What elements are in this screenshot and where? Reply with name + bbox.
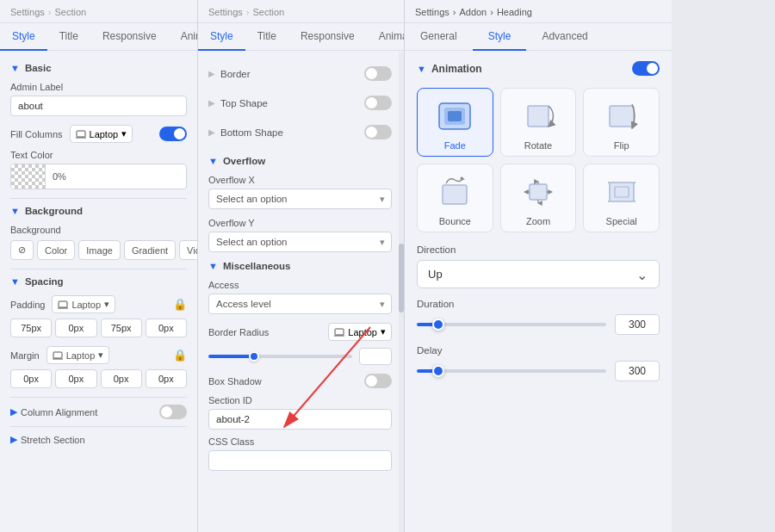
misc-header[interactable]: ▼ Miscellaneous <box>208 261 392 271</box>
spacing-section-header[interactable]: ▼ Spacing <box>10 276 187 287</box>
css-class-group: CSS Class <box>208 436 392 471</box>
duration-track[interactable] <box>417 323 606 326</box>
tab-responsive-2[interactable]: Responsive <box>288 23 367 51</box>
css-class-input[interactable] <box>208 450 392 471</box>
breadcrumb-settings-2[interactable]: Settings <box>208 7 243 17</box>
svg-rect-6 <box>335 329 344 335</box>
overflow-x-select[interactable]: Select an option <box>208 189 392 209</box>
bg-no-btn[interactable]: ⊘ <box>10 240 34 260</box>
overflow-x-select-wrap[interactable]: Select an option <box>208 189 392 209</box>
panel-style-middle: Settings › Section Style Title Responsiv… <box>198 0 405 532</box>
bg-image-btn[interactable]: Image <box>78 240 121 260</box>
border-radius-device[interactable]: Laptop ▾ <box>328 323 392 341</box>
delay-thumb[interactable] <box>432 365 444 377</box>
special-icon <box>599 173 644 211</box>
padding-left[interactable] <box>146 319 187 337</box>
divider-1 <box>10 198 187 199</box>
overflow-y-label: Overflow Y <box>208 218 392 228</box>
scrollbar-thumb-2[interactable] <box>399 244 404 312</box>
padding-laptop-icon <box>58 300 68 309</box>
top-shape-toggle[interactable] <box>364 96 392 110</box>
background-label: Background <box>25 206 83 216</box>
anim-item-special[interactable]: Special <box>583 164 660 232</box>
breadcrumb-2: Settings › Section <box>198 0 404 23</box>
margin-left[interactable] <box>146 369 187 388</box>
fill-columns-toggle[interactable] <box>159 127 187 141</box>
overflow-header[interactable]: ▼ Overflow <box>208 156 392 166</box>
bg-color-btn[interactable]: Color <box>37 240 75 260</box>
bg-video-btn[interactable]: Video <box>179 240 197 260</box>
tab-style-1[interactable]: Style <box>0 23 47 51</box>
text-color-input[interactable]: 0% <box>10 164 187 189</box>
column-alignment-toggle[interactable] <box>159 405 187 419</box>
admin-label-input[interactable] <box>10 96 187 116</box>
margin-bottom[interactable] <box>101 369 142 388</box>
tab-advanced-3[interactable]: Advanced <box>526 23 603 51</box>
fill-columns-device[interactable]: Laptop ▾ <box>70 125 133 143</box>
delay-track[interactable] <box>417 369 606 373</box>
border-radius-value[interactable] <box>359 348 392 365</box>
padding-right[interactable] <box>55 319 96 337</box>
box-shadow-toggle[interactable] <box>364 374 392 388</box>
overflow-y-select[interactable]: Select an option <box>208 232 392 252</box>
basic-section-header[interactable]: ▼ Basic <box>10 63 187 73</box>
duration-value[interactable] <box>615 314 660 335</box>
tab-title-2[interactable]: Title <box>245 23 288 51</box>
panel2-content: ▶ Border ▶ Top Shape ▶ Bottom Shape <box>198 51 404 532</box>
tab-general-3[interactable]: General <box>405 23 473 51</box>
tab-style-3[interactable]: Style <box>473 23 527 51</box>
tab-responsive-1[interactable]: Responsive <box>90 23 169 51</box>
delay-value[interactable] <box>615 361 660 381</box>
panel-style-left: Settings › Section Style Title Responsiv… <box>0 0 198 532</box>
breadcrumb-1: Settings › Section <box>0 0 197 23</box>
bg-buttons: ⊘ Color Image Gradient Video <box>10 240 187 260</box>
basic-label: Basic <box>25 63 52 73</box>
animation-toggle[interactable] <box>632 61 660 76</box>
section-id-input[interactable] <box>208 409 392 430</box>
anim-item-rotate[interactable]: Rotate <box>500 88 577 157</box>
tab-animation-2[interactable]: Animation <box>367 23 405 51</box>
duration-thumb[interactable] <box>432 319 444 331</box>
breadcrumb-settings[interactable]: Settings <box>10 7 45 17</box>
animation-grid: Fade Rotate <box>417 88 660 232</box>
anim-item-bounce[interactable]: Bounce <box>417 164 493 232</box>
bc3-settings[interactable]: Settings <box>415 7 450 17</box>
anim-item-flip[interactable]: Flip <box>583 88 660 157</box>
direction-select[interactable]: Up Down Left Right <box>417 260 660 288</box>
color-swatch[interactable] <box>11 164 46 189</box>
border-toggle[interactable] <box>364 66 392 81</box>
tab-title-1[interactable]: Title <box>47 23 90 51</box>
padding-lock-icon[interactable]: 🔒 <box>173 298 187 311</box>
section-id-group: Section ID <box>208 395 392 430</box>
padding-bottom[interactable] <box>101 319 142 337</box>
misc-section: ▼ Miscellaneous Access Access level Bord… <box>208 261 392 471</box>
duration-slider-row <box>417 314 660 335</box>
border-radius-label: Border Radius <box>208 327 269 337</box>
overflow-y-select-wrap[interactable]: Select an option <box>208 232 392 252</box>
anim-item-zoom[interactable]: Zoom <box>500 164 577 232</box>
access-select[interactable]: Access level <box>208 294 392 314</box>
svg-rect-12 <box>448 111 462 121</box>
laptop-icon <box>76 130 86 139</box>
fade-icon <box>432 97 477 135</box>
border-radius-thumb[interactable] <box>249 351 259 362</box>
box-shadow-label: Box Shadow <box>208 376 262 387</box>
fade-label: Fade <box>444 140 466 151</box>
direction-select-wrap[interactable]: Up Down Left Right <box>417 260 660 288</box>
margin-device-select[interactable]: Laptop ▾ <box>46 346 110 364</box>
padding-top[interactable] <box>10 319 52 337</box>
anim-item-fade[interactable]: Fade <box>417 88 493 157</box>
tab-animation-1[interactable]: Animation <box>169 23 198 51</box>
access-label: Access <box>208 280 392 290</box>
access-select-wrap[interactable]: Access level <box>208 294 392 314</box>
tab-style-2[interactable]: Style <box>198 23 245 51</box>
margin-top[interactable] <box>10 369 52 388</box>
margin-right[interactable] <box>55 369 96 388</box>
border-radius-track[interactable] <box>208 355 352 358</box>
padding-device-select[interactable]: Laptop ▾ <box>52 295 115 313</box>
bg-gradient-btn[interactable]: Gradient <box>124 240 176 260</box>
margin-lock-icon[interactable]: 🔒 <box>173 349 187 362</box>
panel3-tabs: General Style Advanced <box>405 23 672 51</box>
bottom-shape-toggle[interactable] <box>364 125 392 139</box>
background-section-header[interactable]: ▼ Background <box>10 206 187 216</box>
